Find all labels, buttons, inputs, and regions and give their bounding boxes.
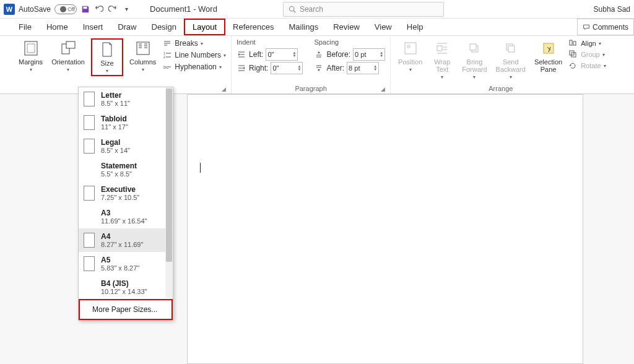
- paragraph-group-label: Paragraph◢: [237, 85, 385, 93]
- columns-button[interactable]: Columns▾: [127, 38, 158, 74]
- page-preview-icon: [84, 256, 95, 271]
- size-name: A5: [101, 256, 139, 264]
- selection-pane-icon: [540, 40, 557, 57]
- tab-draw[interactable]: Draw: [110, 19, 144, 35]
- orientation-icon: [59, 40, 77, 57]
- size-option-legal[interactable]: Legal8.5" x 14": [79, 134, 173, 158]
- indent-right-label: Right:: [249, 64, 268, 72]
- search-icon: [289, 6, 296, 13]
- spacing-after-input[interactable]: 8 pt▲▼: [347, 62, 379, 74]
- position-button: Position▾: [396, 38, 425, 74]
- tab-mailings[interactable]: Mailings: [282, 19, 326, 35]
- indent-left-input[interactable]: 0"▲▼: [266, 48, 298, 61]
- tab-layout[interactable]: Layout: [184, 19, 225, 35]
- indent-right-input[interactable]: 0"▲▼: [271, 62, 303, 74]
- size-dims: 8.5" x 11": [101, 100, 130, 107]
- send-backward-button: Send Backward▾: [493, 38, 528, 81]
- breaks-button[interactable]: Breaks ▾: [162, 38, 226, 48]
- search-placeholder: Search: [300, 5, 323, 14]
- tab-help[interactable]: Help: [399, 19, 431, 35]
- line-numbers-icon: 12: [162, 50, 172, 60]
- bring-forward-button: Bring Forward▾: [459, 38, 489, 81]
- svg-rect-5: [66, 41, 75, 48]
- size-name: A4: [101, 232, 143, 241]
- svg-rect-2: [25, 41, 37, 55]
- size-dims: 11.69" x 16.54": [101, 217, 147, 225]
- size-option-b4-jis-[interactable]: B4 (JIS)10.12" x 14.33": [79, 275, 173, 299]
- send-backward-icon: [502, 40, 519, 57]
- spacing-after-icon: [314, 63, 324, 73]
- comments-button[interactable]: Comments: [577, 19, 634, 35]
- more-paper-sizes[interactable]: More Paper Sizes...: [79, 299, 173, 320]
- page-preview-icon: [84, 139, 95, 154]
- breaks-icon: [162, 38, 172, 48]
- size-option-a4[interactable]: A48.27" x 11.69": [79, 228, 173, 252]
- tab-review[interactable]: Review: [326, 19, 367, 35]
- search-box[interactable]: Search: [283, 2, 444, 17]
- size-dims: 5.5" x 8.5": [101, 170, 137, 178]
- page-preview-icon: [84, 186, 95, 201]
- svg-text:2: 2: [163, 55, 165, 59]
- size-name: Letter: [101, 91, 130, 100]
- paragraph-dialog-launcher[interactable]: ◢: [381, 86, 385, 92]
- redo-icon[interactable]: [108, 4, 118, 14]
- page-setup-dialog-launcher[interactable]: ◢: [222, 86, 226, 92]
- qat-overflow-icon[interactable]: ▾: [121, 4, 131, 14]
- hyphenation-icon: bc: [162, 62, 172, 72]
- tab-references[interactable]: References: [225, 19, 281, 35]
- spacing-before-icon: [314, 50, 324, 59]
- spacing-before-input[interactable]: 0 pt▲▼: [353, 48, 385, 61]
- wrap-text-icon: [433, 40, 451, 57]
- indent-label: Indent: [237, 38, 303, 46]
- group-arrange: Position▾ Wrap Text▾ Bring Forward▾ Send…: [391, 36, 610, 93]
- ribbon-tabs: File Home Insert Draw Design Layout Refe…: [0, 19, 634, 36]
- size-option-statement[interactable]: Statement5.5" x 8.5": [79, 158, 173, 181]
- size-icon: [98, 41, 116, 58]
- svg-point-0: [289, 6, 294, 11]
- size-dropdown-scrollbar[interactable]: [165, 87, 173, 298]
- tab-home[interactable]: Home: [39, 19, 76, 35]
- document-title: Document1 - Word: [150, 4, 217, 14]
- rotate-icon: [568, 61, 578, 71]
- indent-left-label: Left:: [249, 50, 263, 59]
- size-dropdown: Letter8.5" x 11"Tabloid11" x 17"Legal8.5…: [78, 87, 173, 321]
- hyphenation-button[interactable]: bcHyphenation ▾: [162, 62, 226, 72]
- size-option-executive[interactable]: Executive7.25" x 10.5": [79, 181, 173, 205]
- size-name: Tabloid: [101, 115, 128, 123]
- line-numbers-button[interactable]: 12Line Numbers ▾: [162, 50, 226, 60]
- size-dims: 11" x 17": [101, 123, 128, 131]
- size-button[interactable]: Size▾: [93, 40, 121, 75]
- tab-view[interactable]: View: [367, 19, 399, 35]
- margins-button[interactable]: Margins▾: [16, 38, 45, 74]
- spacing-label: Spacing: [314, 38, 385, 46]
- tab-insert[interactable]: Insert: [76, 19, 111, 35]
- indent-left-icon: [237, 50, 246, 59]
- wrap-text-button: Wrap Text▾: [428, 38, 456, 81]
- svg-line-1: [293, 11, 295, 12]
- size-name: A3: [101, 209, 147, 217]
- orientation-button[interactable]: Orientation▾: [49, 38, 87, 74]
- align-icon: [568, 38, 578, 48]
- size-option-tabloid[interactable]: Tabloid11" x 17": [79, 111, 173, 134]
- selection-pane-button[interactable]: Selection Pane: [532, 38, 565, 74]
- group-icon: [568, 50, 578, 59]
- comment-icon: [583, 24, 590, 31]
- size-option-a3[interactable]: A311.69" x 16.54": [79, 205, 173, 228]
- svg-rect-41: [570, 40, 572, 45]
- undo-icon[interactable]: [94, 4, 104, 14]
- margins-icon: [22, 40, 40, 57]
- save-icon[interactable]: [80, 4, 90, 14]
- tab-file[interactable]: File: [11, 19, 39, 35]
- align-button[interactable]: Align ▾: [568, 38, 606, 48]
- tab-design[interactable]: Design: [144, 19, 184, 35]
- page-preview-icon: [84, 115, 95, 130]
- svg-rect-31: [437, 46, 442, 51]
- size-option-letter[interactable]: Letter8.5" x 11": [79, 87, 173, 111]
- user-name[interactable]: Subha Sad: [594, 5, 630, 14]
- page-preview-icon: [84, 233, 95, 248]
- size-option-a5[interactable]: A55.83" x 8.27": [79, 252, 173, 275]
- autosave-toggle[interactable]: Off: [54, 4, 77, 14]
- document-page[interactable]: [187, 94, 583, 364]
- svg-rect-39: [508, 46, 515, 52]
- page-preview-icon: [84, 92, 95, 106]
